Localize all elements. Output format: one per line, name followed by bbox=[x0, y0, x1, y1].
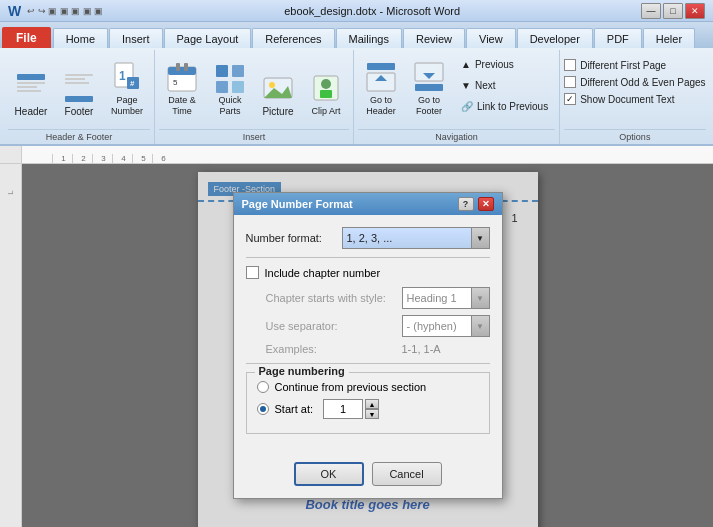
ribbon-items-nav: Go to Header Go to Footer ▲ Previous bbox=[358, 52, 555, 127]
page-number-icon: 1 # bbox=[111, 61, 143, 93]
close-button[interactable]: ✕ bbox=[685, 3, 705, 19]
doc-page-area: Footer -Section 1 Book title goes here P… bbox=[22, 164, 713, 527]
ribbon-btn-footer[interactable]: Footer bbox=[56, 54, 102, 120]
quick-parts-icon bbox=[214, 61, 246, 93]
svg-rect-20 bbox=[232, 81, 244, 93]
svg-rect-15 bbox=[184, 63, 188, 71]
start-at-spinner: 1 ▲ ▼ bbox=[323, 399, 379, 419]
chapter-starts-row: Chapter starts with style: Heading 1 ▼ bbox=[246, 287, 490, 309]
chapter-starts-arrow[interactable]: ▼ bbox=[471, 288, 489, 308]
number-format-dropdown[interactable]: 1, 2, 3, ... ▼ bbox=[342, 227, 490, 249]
tab-developer[interactable]: Developer bbox=[517, 28, 593, 48]
tab-review[interactable]: Review bbox=[403, 28, 465, 48]
ribbon-btn-link-to-previous[interactable]: 🔗 Link to Previous bbox=[454, 96, 555, 116]
document-area: L Footer -Section 1 Book title goes here… bbox=[0, 164, 713, 527]
different-odd-even-row[interactable]: Different Odd & Even Pages bbox=[564, 75, 705, 89]
ribbon-group-insert: 5 Date & Time Quick Parts bbox=[155, 50, 354, 144]
svg-rect-31 bbox=[415, 84, 443, 91]
include-chapter-checkbox[interactable] bbox=[246, 266, 259, 279]
ruler-tick: 4 bbox=[112, 154, 132, 163]
title-bar-controls: — □ ✕ bbox=[641, 3, 705, 19]
tab-pdf[interactable]: PDF bbox=[594, 28, 642, 48]
go-to-footer-icon bbox=[413, 61, 445, 93]
cancel-button[interactable]: Cancel bbox=[372, 462, 442, 486]
ok-button[interactable]: OK bbox=[294, 462, 364, 486]
ribbon-btn-header[interactable]: Header bbox=[8, 54, 54, 120]
ribbon-group-navigation: Go to Header Go to Footer ▲ Previous bbox=[354, 50, 560, 144]
maximize-button[interactable]: □ bbox=[663, 3, 683, 19]
ribbon-btn-quick-parts[interactable]: Quick Parts bbox=[207, 54, 253, 120]
svg-rect-18 bbox=[232, 65, 244, 77]
use-separator-label: Use separator: bbox=[266, 320, 396, 332]
tab-page-layout[interactable]: Page Layout bbox=[164, 28, 252, 48]
chapter-starts-dropdown[interactable]: Heading 1 ▼ bbox=[402, 287, 490, 309]
continue-radio[interactable] bbox=[257, 381, 269, 393]
ribbon-btn-page-number[interactable]: 1 # Page Number bbox=[104, 54, 150, 120]
ruler-tick: 2 bbox=[72, 154, 92, 163]
svg-rect-19 bbox=[216, 81, 228, 93]
tab-helper[interactable]: Heler bbox=[643, 28, 695, 48]
svg-rect-6 bbox=[65, 82, 89, 84]
divider-1 bbox=[246, 257, 490, 258]
ribbon-btn-clip-art[interactable]: Clip Art bbox=[303, 54, 349, 120]
go-to-header-icon bbox=[365, 61, 397, 93]
tab-file[interactable]: File bbox=[2, 27, 51, 48]
start-at-spinner-buttons: ▲ ▼ bbox=[365, 399, 379, 419]
footer-icon bbox=[63, 72, 95, 104]
svg-rect-4 bbox=[65, 74, 93, 76]
svg-point-22 bbox=[269, 82, 275, 88]
tab-references[interactable]: References bbox=[252, 28, 334, 48]
minimize-button[interactable]: — bbox=[641, 3, 661, 19]
examples-label: Examples: bbox=[266, 343, 396, 355]
doc-sidebar: L bbox=[0, 164, 22, 527]
use-separator-arrow[interactable]: ▼ bbox=[471, 316, 489, 336]
number-format-dropdown-wrapper: 1, 2, 3, ... ▼ bbox=[342, 227, 490, 249]
ribbon-btn-date-time[interactable]: 5 Date & Time bbox=[159, 54, 205, 120]
spinner-up-button[interactable]: ▲ bbox=[365, 399, 379, 409]
svg-rect-2 bbox=[17, 86, 37, 88]
ruler-corner bbox=[0, 146, 22, 163]
ruler-tick: 3 bbox=[92, 154, 112, 163]
modal-title: Page Number Format bbox=[242, 198, 353, 210]
tab-mailings[interactable]: Mailings bbox=[336, 28, 402, 48]
svg-rect-13 bbox=[168, 67, 196, 75]
ribbon-btn-next[interactable]: ▼ Next bbox=[454, 75, 555, 95]
tab-view[interactable]: View bbox=[466, 28, 516, 48]
start-at-radio[interactable] bbox=[257, 403, 269, 415]
ribbon-group-header-footer: Header Footer 1 bbox=[4, 50, 155, 144]
start-at-row: Start at: 1 ▲ ▼ bbox=[257, 399, 479, 419]
tab-home[interactable]: Home bbox=[53, 28, 108, 48]
start-at-input[interactable]: 1 bbox=[323, 399, 363, 419]
number-format-label: Number format: bbox=[246, 232, 336, 244]
ruler-tick: 6 bbox=[152, 154, 172, 163]
tab-insert[interactable]: Insert bbox=[109, 28, 163, 48]
different-first-page-checkbox[interactable] bbox=[564, 59, 576, 71]
ribbon: Header Footer 1 bbox=[0, 48, 713, 146]
spinner-down-button[interactable]: ▼ bbox=[365, 409, 379, 419]
ribbon-btn-go-to-footer[interactable]: Go to Footer bbox=[406, 54, 452, 120]
continue-label: Continue from previous section bbox=[275, 381, 427, 393]
modal-titlebar: Page Number Format ? ✕ bbox=[234, 193, 502, 215]
modal-footer: OK Cancel bbox=[234, 456, 502, 498]
title-bar-text: ebook_design.dotx - Microsoft Word bbox=[103, 5, 641, 17]
ribbon-group-nav-label: Navigation bbox=[358, 129, 555, 142]
ribbon-btn-go-to-header[interactable]: Go to Header bbox=[358, 54, 404, 120]
svg-rect-3 bbox=[17, 90, 41, 92]
modal-close-button[interactable]: ✕ bbox=[478, 197, 494, 211]
svg-rect-27 bbox=[367, 63, 395, 70]
use-separator-row: Use separator: - (hyphen) ▼ bbox=[246, 315, 490, 337]
nav-stack: ▲ Previous ▼ Next 🔗 Link to Previous bbox=[454, 54, 555, 116]
svg-rect-14 bbox=[176, 63, 180, 71]
show-document-text-row[interactable]: Show Document Text bbox=[564, 92, 674, 106]
ribbon-btn-previous[interactable]: ▲ Previous bbox=[454, 54, 555, 74]
ribbon-items-insert: 5 Date & Time Quick Parts bbox=[159, 52, 349, 127]
different-odd-even-checkbox[interactable] bbox=[564, 76, 576, 88]
modal-titlebar-buttons: ? ✕ bbox=[458, 197, 494, 211]
ribbon-btn-picture[interactable]: Picture bbox=[255, 54, 301, 120]
different-first-page-row[interactable]: Different First Page bbox=[564, 58, 666, 72]
show-document-text-checkbox[interactable] bbox=[564, 93, 576, 105]
number-format-dropdown-arrow[interactable]: ▼ bbox=[471, 228, 489, 248]
use-separator-dropdown[interactable]: - (hyphen) ▼ bbox=[402, 315, 490, 337]
modal-help-button[interactable]: ? bbox=[458, 197, 474, 211]
page-number-format-dialog: Page Number Format ? ✕ Number format: 1,… bbox=[233, 192, 503, 499]
